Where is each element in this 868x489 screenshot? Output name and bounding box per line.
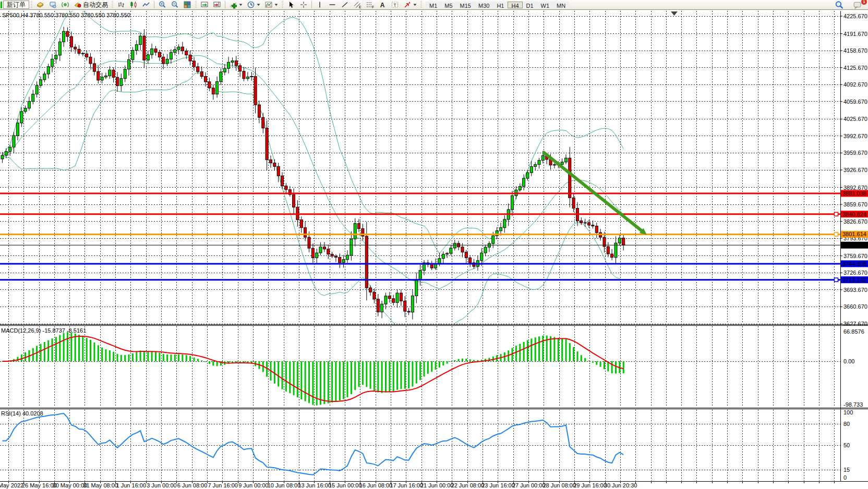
- svg-text:3859.670: 3859.670: [843, 201, 867, 207]
- chart-gold-icon: [36, 1, 44, 9]
- vertical-line-icon: [316, 1, 324, 9]
- timeframe-M5-button[interactable]: M5: [441, 2, 456, 8]
- hline-handle[interactable]: [835, 278, 838, 282]
- autotrade-icon: [74, 1, 82, 9]
- new-order-button[interactable]: 新订单: [3, 1, 29, 9]
- svg-text:3826.670: 3826.670: [843, 218, 867, 225]
- cursor-tool-button[interactable]: [285, 1, 297, 9]
- svg-text:E: E: [359, 5, 361, 9]
- timeframe-W1-button[interactable]: W1: [537, 2, 553, 8]
- hline-handle[interactable]: [835, 212, 838, 216]
- signal-button[interactable]: [59, 1, 71, 9]
- svg-text:4025.670: 4025.670: [843, 116, 867, 122]
- timeframe-H4-button[interactable]: H4: [508, 2, 522, 8]
- timeframe-D1-button[interactable]: D1: [523, 2, 537, 8]
- rsi-label: RSI(14) 40.0208: [1, 410, 43, 417]
- toolbar-grip: [112, 1, 113, 8]
- toolbar-separator: [225, 1, 225, 8]
- chevron-down-icon: [413, 4, 417, 6]
- clock-icon: [247, 1, 255, 9]
- svg-text:22 Jun 08:00: 22 Jun 08:00: [451, 482, 485, 488]
- search-icon: [835, 1, 843, 9]
- svg-text:66.8576: 66.8576: [843, 328, 864, 335]
- signal-icon: [61, 1, 69, 9]
- toolbar-right: 1: [833, 1, 864, 9]
- timeframe-H1-button[interactable]: H1: [493, 2, 508, 8]
- svg-text:3892.670: 3892.670: [843, 185, 867, 191]
- crosshair-icon: [299, 1, 308, 9]
- svg-text:3660.670: 3660.670: [843, 303, 867, 310]
- horizontal-line-tool-button[interactable]: [326, 1, 339, 9]
- svg-text:May 2022: May 2022: [0, 482, 23, 488]
- trendline-icon: [341, 1, 349, 9]
- templates-button[interactable]: [262, 1, 280, 9]
- timeframe-M30-button[interactable]: M30: [475, 2, 493, 8]
- svg-text:80: 80: [843, 421, 850, 427]
- toolbar-grip: [195, 1, 197, 8]
- toolbar: 新订单 自动交易: [0, 0, 868, 10]
- label-tool-button[interactable]: T: [389, 1, 401, 9]
- vertical-line-tool-button[interactable]: [314, 1, 326, 9]
- periods-button[interactable]: [245, 1, 262, 9]
- toolbar-grip: [282, 1, 283, 8]
- bar-chart-button[interactable]: [115, 1, 127, 9]
- svg-text:4125.670: 4125.670: [843, 65, 867, 71]
- timeframe-M1-button[interactable]: M1: [426, 2, 441, 8]
- zoom-in-button[interactable]: [156, 1, 168, 9]
- notifications-button[interactable]: 1: [851, 1, 864, 9]
- new-chart-button[interactable]: [34, 1, 46, 9]
- timeframe-M15-button[interactable]: M15: [456, 2, 475, 8]
- svg-text:3 Jun 00:00: 3 Jun 00:00: [147, 482, 177, 488]
- timeframe-MN-button[interactable]: MN: [553, 2, 569, 8]
- svg-text:1 Jun 16:00: 1 Jun 16:00: [116, 482, 147, 488]
- add-indicator-button[interactable]: [227, 1, 245, 9]
- svg-text:4225.670: 4225.670: [843, 13, 867, 19]
- svg-text:3726.670: 3726.670: [843, 270, 867, 276]
- chart-shift-button[interactable]: [211, 1, 223, 9]
- svg-text:7 Jun 16:00: 7 Jun 16:00: [208, 482, 238, 488]
- price-chart[interactable]: 4225.6704191.6704158.6704125.6704092.670…: [0, 10, 868, 489]
- text-tool-button[interactable]: A: [376, 1, 389, 9]
- search-button[interactable]: [833, 1, 846, 9]
- trendline-tool-button[interactable]: [339, 1, 351, 9]
- chat-bubble-icon: [853, 1, 862, 9]
- svg-text:30 Jun 20:30: 30 Jun 20:30: [604, 482, 637, 488]
- svg-text:3780.550: 3780.550: [842, 242, 866, 248]
- window-edge-indicator: [1, 2, 2, 8]
- channel-tool-button[interactable]: E: [351, 1, 364, 9]
- fibonacci-tool-button[interactable]: F: [364, 1, 376, 9]
- svg-text:3840.824: 3840.824: [842, 211, 866, 217]
- zoom-in-icon: [158, 1, 166, 9]
- toolbar-grip: [31, 1, 32, 8]
- auto-trading-label: 自动交易: [83, 1, 108, 9]
- svg-text:16 Jun 08:00: 16 Jun 08:00: [359, 482, 393, 488]
- candlestick-chart-button[interactable]: [127, 1, 140, 9]
- svg-text:3744.308: 3744.308: [842, 261, 866, 267]
- terminal-button[interactable]: [46, 1, 59, 9]
- arrows-tool-button[interactable]: [401, 1, 419, 9]
- add-indicator-icon: [229, 1, 237, 9]
- fibonacci-icon: F: [366, 1, 374, 9]
- svg-text:100: 100: [843, 409, 853, 415]
- crosshair-tool-button[interactable]: [297, 1, 310, 9]
- svg-text:3759.670: 3759.670: [843, 253, 867, 259]
- line-chart-button[interactable]: [140, 1, 152, 9]
- auto-trading-button[interactable]: 自动交易: [71, 1, 110, 9]
- svg-text:50: 50: [843, 442, 850, 448]
- hline-handle[interactable]: [835, 233, 838, 236]
- svg-text:T: T: [393, 3, 396, 8]
- chevron-down-icon: [274, 4, 278, 6]
- notification-count-badge: 1: [861, 0, 867, 5]
- svg-text:21 Jun 00:00: 21 Jun 00:00: [420, 482, 454, 488]
- cursor-icon: [287, 1, 295, 9]
- tile-windows-button[interactable]: [181, 1, 194, 9]
- svg-text:A: A: [380, 2, 385, 9]
- text-tool-icon: A: [378, 1, 387, 9]
- zoom-out-button[interactable]: [168, 1, 181, 9]
- svg-text:15: 15: [843, 467, 850, 473]
- svg-text:26 May 16:00: 26 May 16:00: [22, 482, 57, 488]
- auto-scroll-button[interactable]: [198, 1, 211, 9]
- bar-chart-icon: [117, 1, 125, 9]
- svg-text:0.00: 0.00: [843, 358, 854, 364]
- candlestick-chart-icon: [129, 1, 138, 9]
